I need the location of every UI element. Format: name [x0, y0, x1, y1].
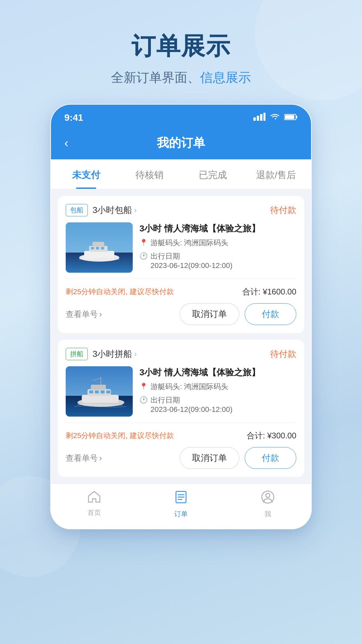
- svg-rect-25: [101, 390, 105, 393]
- bottom-nav-home[interactable]: 首页: [51, 490, 138, 519]
- profile-icon: [261, 490, 275, 507]
- svg-point-34: [266, 493, 270, 497]
- cancel-button-1[interactable]: 取消订单: [180, 303, 239, 325]
- wifi-icon: [269, 113, 280, 123]
- nav-title: 我的订单: [157, 135, 205, 151]
- order-dock-2: 📍 游艇码头: 鸿洲国际码头: [139, 382, 296, 392]
- order-type-left-1: 包船 3小时包船 ›: [66, 204, 137, 216]
- countdown-1: 剩25分钟自动关闭, 建议尽快付款: [66, 287, 174, 297]
- order-info-1: 3小时 情人湾海域【体验之旅】 📍 游艇码头: 鸿洲国际码头 🕐 出行日期 20…: [139, 222, 296, 273]
- total-1: 合计: ¥1600.00: [242, 286, 296, 297]
- content-area: 包船 3小时包船 › 待付款: [51, 189, 311, 484]
- svg-rect-10: [84, 251, 114, 258]
- location-icon-2: 📍: [139, 382, 148, 390]
- order-status-2: 待付款: [270, 348, 296, 360]
- status-bar: 9:41: [51, 105, 311, 128]
- svg-rect-20: [82, 395, 119, 403]
- order-image-2: [66, 366, 133, 417]
- tab-unpaid[interactable]: 未支付: [54, 159, 118, 189]
- total-2: 合计: ¥300.00: [247, 430, 296, 441]
- order-date-1: 🕐 出行日期 2023-06-12(09:00-12:00): [139, 251, 296, 270]
- countdown-2: 剩25分钟自动关闭, 建议尽快付款: [66, 431, 174, 441]
- status-time: 9:41: [64, 112, 83, 123]
- view-order-no-2[interactable]: 查看单号 ›: [66, 453, 102, 464]
- clock-icon-1: 🕐: [139, 252, 148, 260]
- svg-rect-12: [93, 242, 104, 247]
- svg-rect-13: [91, 247, 94, 250]
- cancel-button-2[interactable]: 取消订单: [180, 447, 239, 469]
- order-action-row-1: 查看单号 › 取消订单 付款: [66, 303, 296, 325]
- tab-bar: 未支付 待核销 已完成 退款/售后: [51, 159, 311, 189]
- bottom-nav-orders[interactable]: 订单: [138, 490, 225, 519]
- battery-icon: [284, 113, 298, 122]
- tab-refund[interactable]: 退款/售后: [244, 159, 308, 189]
- orders-icon: [175, 490, 187, 507]
- bottom-nav-home-label: 首页: [87, 508, 101, 517]
- clock-icon-2: 🕐: [139, 396, 148, 404]
- nav-bar: ‹ 我的订单: [51, 128, 311, 159]
- pay-button-1[interactable]: 付款: [245, 303, 296, 325]
- order-bottom-row-2: 剩25分钟自动关闭, 建议尽快付款 合计: ¥300.00: [66, 429, 296, 441]
- order-dock-1: 📍 游艇码头: 鸿洲国际码头: [139, 238, 296, 248]
- svg-rect-2: [260, 114, 262, 121]
- order-detail-row-1: 3小时 情人湾海域【体验之旅】 📍 游艇码头: 鸿洲国际码头 🕐 出行日期 20…: [66, 222, 296, 273]
- signal-icon: [253, 113, 265, 123]
- order-name-1: 3小时 情人湾海域【体验之旅】: [139, 222, 296, 234]
- order-type-arrow-2: ›: [134, 350, 136, 359]
- subtitle-highlight: 信息展示: [200, 70, 251, 85]
- order-info-2: 3小时 情人湾海域【体验之旅】 📍 游艇码头: 鸿洲国际码头 🕐 出行日期 20…: [139, 366, 296, 417]
- order-tag-1: 包船: [66, 204, 88, 216]
- action-buttons-1: 取消订单 付款: [180, 303, 296, 325]
- bottom-nav-me[interactable]: 我: [224, 490, 311, 519]
- order-image-1: [66, 222, 133, 273]
- status-icons: [253, 113, 298, 123]
- action-buttons-2: 取消订单 付款: [180, 447, 296, 469]
- order-action-row-2: 查看单号 › 取消订单 付款: [66, 447, 296, 469]
- order-card-2-header: 拼船 3小时拼船 › 待付款: [66, 348, 296, 360]
- bottom-nav-me-label: 我: [264, 509, 271, 519]
- order-type-left-2: 拼船 3小时拼船 ›: [66, 348, 137, 360]
- order-detail-row-2: 3小时 情人湾海域【体验之旅】 📍 游艇码头: 鸿洲国际码头 🕐 出行日期 20…: [66, 366, 296, 417]
- order-bottom-row-1: 剩25分钟自动关闭, 建议尽快付款 合计: ¥1600.00: [66, 285, 296, 297]
- order-date-2: 🕐 出行日期 2023-06-12(09:00-12:00): [139, 395, 296, 414]
- pay-button-2[interactable]: 付款: [245, 447, 296, 469]
- svg-rect-23: [89, 390, 93, 393]
- tab-completed[interactable]: 已完成: [181, 159, 244, 189]
- bottom-nav: 首页 订单 我: [51, 484, 311, 529]
- order-name-2: 3小时 情人湾海域【体验之旅】: [139, 366, 296, 378]
- order-card-1: 包船 3小时包船 › 待付款: [58, 196, 304, 333]
- order-card-1-header: 包船 3小时包船 › 待付款: [66, 204, 296, 216]
- order-type-arrow-1: ›: [134, 206, 136, 215]
- home-icon: [87, 490, 101, 506]
- svg-rect-15: [101, 247, 104, 250]
- svg-rect-0: [253, 117, 256, 121]
- svg-rect-6: [285, 115, 294, 119]
- tab-pending[interactable]: 待核销: [118, 159, 181, 189]
- order-card-2: 拼船 3小时拼船 › 待付款: [58, 340, 304, 477]
- order-tag-2: 拼船: [66, 348, 88, 360]
- svg-rect-14: [96, 247, 99, 250]
- order-status-1: 待付款: [270, 204, 296, 216]
- order-type-name-2[interactable]: 3小时拼船 ›: [93, 348, 137, 360]
- bottom-nav-orders-label: 订单: [174, 509, 188, 519]
- svg-rect-22: [91, 385, 106, 390]
- back-button[interactable]: ‹: [64, 136, 68, 150]
- svg-rect-24: [95, 390, 99, 393]
- svg-rect-5: [296, 116, 297, 118]
- svg-rect-3: [263, 113, 265, 121]
- subtitle-plain: 全新订单界面、: [111, 70, 200, 85]
- view-order-no-1[interactable]: 查看单号 ›: [66, 309, 102, 320]
- order-type-name-1[interactable]: 3小时包船 ›: [93, 204, 137, 216]
- location-icon-1: 📍: [139, 238, 148, 247]
- svg-rect-26: [106, 390, 110, 393]
- svg-rect-1: [257, 116, 259, 121]
- phone-mockup: 9:41 ‹ 我的订单 未支付 待核销 已完成 退款/售后: [50, 104, 312, 529]
